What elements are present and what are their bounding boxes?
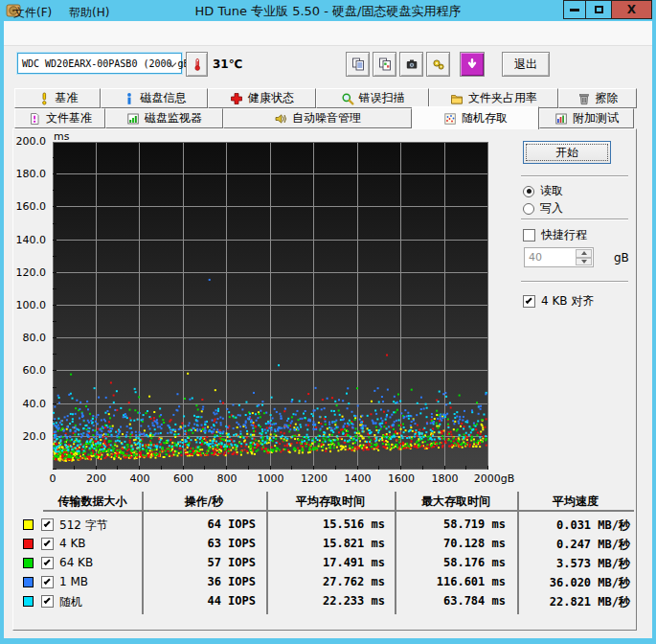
x-axis-tick-label: 200	[76, 472, 118, 485]
access-time-scatter-plot	[53, 142, 488, 470]
menu-help[interactable]: 帮助(H)	[59, 0, 119, 25]
save-results-button[interactable]	[460, 52, 485, 77]
write-radio[interactable]	[523, 203, 534, 215]
temperature-button[interactable]	[186, 52, 208, 77]
copy-image-button[interactable]	[373, 52, 396, 77]
x-axis-tick-label: 1600	[380, 472, 422, 485]
tab-label: 附加测试	[573, 110, 619, 126]
drive-select-dropdown[interactable]: WDC WD20EARX-00PASB0 (2000 gB)	[17, 53, 182, 74]
x-axis-tick-label: 600	[163, 472, 205, 485]
short-stroke-label: 快捷行程	[541, 227, 587, 243]
tab-disk-info[interactable]: 磁盘信息	[101, 88, 208, 108]
tab-error-scan[interactable]: 错误扫描	[316, 88, 429, 108]
tab-label: 磁盘监视器	[145, 110, 202, 126]
y-axis-tick-label: 140.0	[8, 234, 46, 246]
short-stroke-row[interactable]: 快捷行程	[523, 227, 587, 243]
options-button[interactable]	[426, 52, 450, 77]
avg-access-value: 17.491 ms	[266, 556, 385, 569]
file-benchmark-icon	[28, 112, 41, 126]
tab-random-access[interactable]: 随机存取	[412, 106, 539, 129]
separator	[521, 281, 628, 283]
series-4kb-checkbox[interactable]	[41, 538, 54, 550]
align-4kb-checkbox[interactable]	[523, 295, 535, 308]
series-512-checkbox[interactable]	[41, 518, 54, 531]
align-4kb-row[interactable]: 4 KB 对齐	[523, 293, 594, 310]
write-radio-row[interactable]: 写入	[523, 200, 563, 217]
read-radio-row[interactable]: 读取	[523, 183, 563, 199]
spinner-down-button[interactable]	[576, 258, 592, 266]
copy-text-button[interactable]	[346, 52, 370, 77]
maximize-icon	[595, 6, 603, 13]
spinner-up-button[interactable]	[576, 249, 592, 258]
iops-value: 63 IOPS	[142, 537, 256, 550]
tab-erase[interactable]: 擦除	[558, 88, 637, 108]
exit-button[interactable]: 退出	[502, 52, 550, 77]
separator	[521, 175, 628, 177]
noise-speaker-icon	[274, 112, 287, 126]
series-random-checkbox[interactable]	[41, 595, 54, 608]
iops-value: 57 IOPS	[142, 556, 256, 569]
align-4kb-label: 4 KB 对齐	[541, 293, 594, 310]
series-color-swatch	[23, 558, 34, 568]
up-arrow-icon	[581, 251, 587, 255]
tab-label: 错误扫描	[359, 90, 405, 106]
start-button[interactable]: 开始	[523, 141, 611, 164]
y-axis-tick-label: 120.0	[8, 266, 46, 279]
tab-benchmark[interactable]: 基准	[14, 88, 101, 108]
tab-label: 自动噪音管理	[292, 110, 361, 126]
write-radio-label: 写入	[540, 200, 563, 217]
camera-icon	[405, 58, 418, 71]
screenshot-button[interactable]	[399, 52, 423, 77]
max-access-value: 58.719 ms	[395, 518, 506, 531]
x-axis-tick-label: 0	[32, 472, 74, 485]
disk-monitor-icon	[126, 112, 140, 126]
gears-icon	[432, 58, 445, 71]
random-access-icon	[443, 112, 457, 126]
series-color-swatch	[23, 596, 34, 607]
max-access-value: 116.601 ms	[395, 575, 506, 588]
series-color-swatch	[23, 539, 34, 549]
tab-extra-tests[interactable]: 附加测试	[539, 108, 634, 128]
spinner-buttons	[576, 249, 592, 265]
maximize-button[interactable]	[585, 0, 612, 19]
tab-health[interactable]: 健康状态	[208, 88, 316, 108]
minimize-icon	[570, 8, 579, 12]
avg-access-value: 15.821 ms	[266, 537, 385, 550]
check-icon	[44, 597, 51, 604]
short-stroke-unit-label: gB	[614, 251, 629, 264]
disk-info-icon	[123, 92, 136, 105]
thermometer-icon	[191, 58, 204, 71]
series-64kb-checkbox[interactable]	[41, 557, 54, 569]
temperature-value: 31℃	[213, 58, 242, 71]
down-arrow-icon	[581, 260, 587, 264]
avg-speed-value: 0.247 MB/秒	[517, 537, 630, 553]
check-icon	[44, 578, 51, 585]
series-1mb-checkbox[interactable]	[41, 576, 54, 588]
tab-disk-monitor[interactable]: 磁盘监视器	[105, 108, 223, 128]
short-stroke-size-input[interactable]: 40	[524, 247, 594, 267]
benchmark-icon	[37, 92, 51, 105]
table-row-512-bytes: 512 字节 64 IOPS 15.516 ms 58.719 ms 0.031…	[0, 516, 642, 535]
menu-file[interactable]: 文件(F)	[4, 0, 61, 25]
tab-row-2: 文件基准 磁盘监视器 自动噪音管理 随机存取 附加测试	[14, 108, 634, 128]
tab-label: 基准	[56, 90, 79, 106]
radio-dot	[527, 189, 532, 194]
tab-label: 健康状态	[248, 90, 294, 106]
max-access-value: 70.128 ms	[395, 537, 506, 550]
tab-aam[interactable]: 自动噪音管理	[223, 108, 412, 128]
tab-file-benchmark[interactable]: 文件基准	[14, 108, 105, 128]
avg-access-value: 22.233 ms	[266, 594, 385, 608]
x-axis-tick-label: 800	[206, 472, 248, 485]
tab-label: 文件夹占用率	[468, 90, 537, 106]
iops-value: 44 IOPS	[142, 594, 256, 608]
tab-folder-usage[interactable]: 文件夹占用率	[429, 88, 558, 108]
table-row-1mb: 1 MB 36 IOPS 27.762 ms 116.601 ms 36.020…	[0, 573, 642, 592]
col-header-transfer-size: 传输数据大小	[43, 494, 142, 510]
close-button[interactable]: X	[611, 0, 652, 19]
minimize-button[interactable]	[563, 0, 586, 19]
app-window: HD Tune 专业版 5.50 - 硬盘/固态硬盘实用程序 X 文件(F) 帮…	[0, 0, 656, 644]
read-radio[interactable]	[523, 186, 534, 197]
col-header-ops-per-sec: 操作/秒	[142, 494, 266, 510]
x-axis: 0200400600800100012001400160018002000gB	[53, 472, 532, 486]
short-stroke-checkbox[interactable]	[523, 229, 535, 242]
